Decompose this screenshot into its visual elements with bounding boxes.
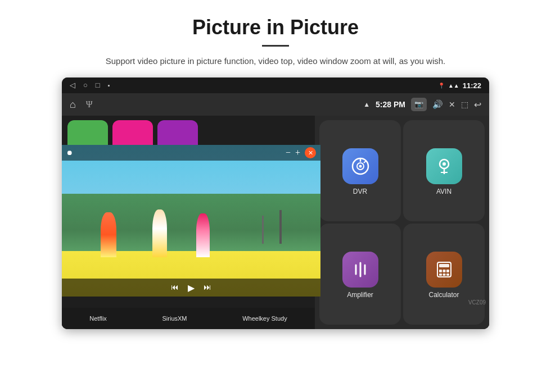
device-frame: ◁ ○ □ ▪ 📍 ▲▲ 11:22 ⌂ Ψ ▲ 5:28 PM 📷 bbox=[62, 78, 489, 329]
bottom-app-labels: Netflix SiriusXM Wheelkey Study bbox=[62, 308, 315, 329]
svg-point-8 bbox=[442, 162, 446, 166]
amplifier-label: Amplifier bbox=[347, 291, 373, 299]
wifi-signal-icon: ▲▲ bbox=[448, 83, 459, 89]
person-3 bbox=[196, 213, 210, 257]
pole-1 bbox=[279, 210, 282, 244]
usb-icon[interactable]: Ψ bbox=[86, 99, 93, 110]
pip-close-btn[interactable]: ✕ bbox=[305, 147, 316, 158]
close-icon[interactable]: ✕ bbox=[449, 100, 455, 110]
svg-rect-14 bbox=[439, 270, 442, 272]
avin-card[interactable]: AVIN bbox=[403, 120, 485, 221]
wheelkey-label: Wheelkey Study bbox=[242, 315, 287, 322]
toolbar-left: ⌂ Ψ bbox=[70, 99, 93, 111]
main-content: ⏺ − + ✕ bbox=[62, 116, 489, 329]
svg-rect-17 bbox=[439, 274, 442, 276]
left-side: ⏺ − + ✕ bbox=[62, 116, 315, 329]
play-btn[interactable]: ▶ bbox=[188, 282, 195, 293]
toolbar-time: 5:28 PM bbox=[376, 100, 405, 109]
person-2 bbox=[152, 209, 167, 257]
recent-nav-icon[interactable]: □ bbox=[96, 81, 100, 90]
status-bar-right: 📍 ▲▲ 11:22 bbox=[438, 81, 481, 90]
svg-rect-13 bbox=[439, 264, 449, 267]
siriusxm-label: SiriusXM bbox=[162, 315, 187, 322]
pip-minus[interactable]: − bbox=[286, 148, 291, 158]
netflix-label: Netflix bbox=[89, 315, 107, 322]
dvr-card[interactable]: DVR bbox=[319, 120, 401, 221]
home-icon[interactable]: ⌂ bbox=[70, 99, 76, 111]
camera-icon[interactable]: 📷 bbox=[411, 98, 427, 111]
volume-icon[interactable]: 🔊 bbox=[432, 99, 443, 110]
top-toolbar: ⌂ Ψ ▲ 5:28 PM 📷 🔊 ✕ ⬚ ↩ bbox=[62, 93, 489, 116]
pip-icon[interactable]: ⬚ bbox=[461, 100, 468, 110]
amplifier-card[interactable]: Amplifier bbox=[319, 224, 401, 325]
screenshot-icon[interactable]: ▪ bbox=[108, 82, 110, 89]
location-icon: 📍 bbox=[438, 83, 445, 89]
video-scene bbox=[62, 145, 320, 297]
wifi-icon: ▲ bbox=[363, 101, 370, 109]
back-nav-icon[interactable]: ◁ bbox=[70, 81, 75, 90]
svg-rect-19 bbox=[446, 274, 449, 276]
svg-line-3 bbox=[364, 161, 367, 163]
next-btn[interactable]: ⏭ bbox=[204, 283, 211, 292]
pip-record-icon: ⏺ bbox=[66, 149, 73, 157]
status-bar-nav: ◁ ○ □ ▪ bbox=[70, 81, 110, 90]
person-1 bbox=[101, 212, 116, 257]
avin-label: AVIN bbox=[436, 188, 451, 195]
title-divider bbox=[262, 45, 289, 47]
page-subtitle: Support video picture in picture functio… bbox=[106, 54, 445, 67]
pip-controls: − + ✕ bbox=[286, 147, 316, 158]
video-pip[interactable]: ⏺ − + ✕ bbox=[62, 145, 320, 297]
back-icon[interactable]: ↩ bbox=[474, 99, 481, 110]
app-grid: DVR AVIN bbox=[315, 116, 489, 329]
page-title: Picture in Picture bbox=[192, 16, 359, 39]
dvr-label: DVR bbox=[353, 188, 367, 195]
dvr-icon bbox=[342, 148, 378, 184]
calculator-card[interactable]: Calculator bbox=[403, 224, 485, 325]
calculator-icon bbox=[426, 252, 462, 288]
pip-plus[interactable]: + bbox=[295, 148, 300, 158]
svg-point-4 bbox=[359, 165, 362, 168]
svg-rect-15 bbox=[442, 270, 445, 272]
amplifier-icon bbox=[342, 252, 378, 288]
status-bar: ◁ ○ □ ▪ 📍 ▲▲ 11:22 bbox=[62, 78, 489, 93]
video-playbar: ⏮ ▶ ⏭ bbox=[62, 279, 320, 297]
status-time: 11:22 bbox=[463, 81, 481, 90]
toolbar-right: ▲ 5:28 PM 📷 🔊 ✕ ⬚ ↩ bbox=[363, 98, 481, 111]
pip-topbar: ⏺ − + ✕ bbox=[62, 145, 320, 161]
prev-btn[interactable]: ⏮ bbox=[171, 283, 179, 292]
page-container: Picture in Picture Support video picture… bbox=[0, 0, 551, 392]
calculator-label: Calculator bbox=[428, 291, 459, 299]
svg-rect-18 bbox=[442, 274, 445, 276]
svg-rect-16 bbox=[446, 270, 449, 272]
avin-icon bbox=[426, 148, 462, 184]
pole-2 bbox=[262, 216, 264, 244]
watermark: VCZ09 bbox=[468, 299, 486, 306]
home-nav-icon[interactable]: ○ bbox=[83, 81, 88, 90]
